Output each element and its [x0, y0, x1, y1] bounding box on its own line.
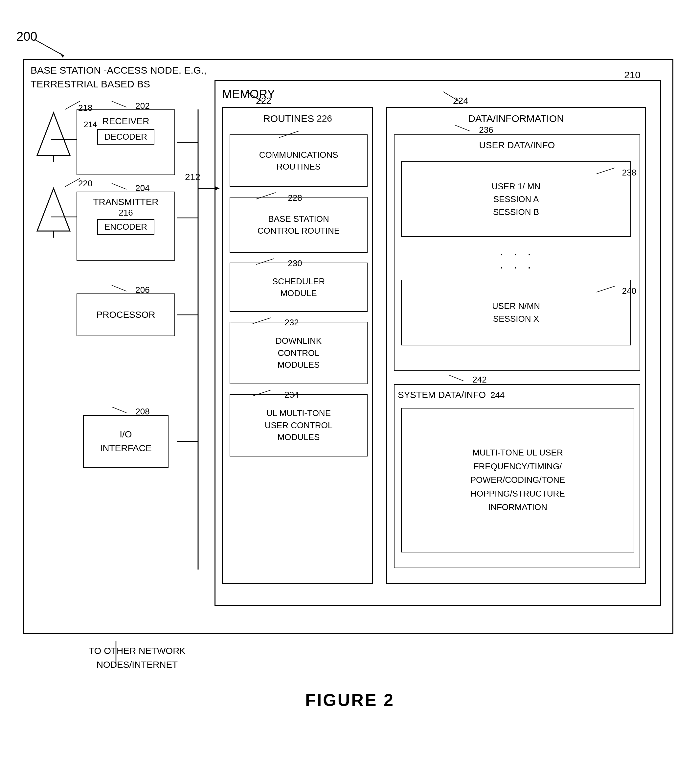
svg-line-0 [34, 39, 64, 56]
system-data-ref-area: 242 [447, 373, 487, 385]
scheduler-module-box: SCHEDULER MODULE [230, 262, 368, 312]
figure-label: FIGURE 2 [305, 690, 395, 710]
transmitter-ref-area: 204 [110, 182, 150, 193]
system-data-label: SYSTEM DATA/INFO 244 [398, 390, 505, 400]
downlink-ref: 232 [284, 317, 298, 327]
ul-multitone-label3: MODULES [277, 432, 320, 442]
data-info-arrow [440, 90, 466, 103]
svg-line-10 [597, 168, 615, 174]
scheduler-label2: MODULE [280, 288, 317, 298]
routines-arrow [243, 90, 269, 103]
svg-line-23 [112, 285, 126, 291]
user-data-ref: 236 [479, 125, 493, 135]
encoder-ref: 216 [119, 208, 133, 218]
svg-line-7 [253, 390, 271, 396]
svg-marker-13 [37, 113, 70, 155]
user-data-box: 236 USER DATA/INFO USER 1/ MN SESSION A … [394, 134, 640, 371]
bs-control-arrow [256, 191, 289, 201]
encoder-box: ENCODER [97, 219, 154, 235]
antenna-bottom-svg [34, 185, 73, 238]
ul-multitone-ref: 234 [284, 390, 298, 400]
downlink-label1: DOWNLINK [276, 336, 322, 346]
decoder-label: DECODER [105, 132, 147, 142]
receiver-box: 202 RECEIVER DECODER 214 [77, 110, 175, 175]
antenna-receiver-line [51, 139, 77, 141]
transmitter-label: TRANSMITTER 216 [77, 197, 174, 218]
bs-control-label1: BASE STATION [268, 214, 329, 224]
svg-line-24 [112, 407, 126, 413]
bs-control-ref-area: 228 [256, 191, 302, 203]
comm-ref-arrow [279, 129, 312, 139]
io-label: I/O INTERFACE [100, 429, 152, 453]
multitone-content-box: MULTI-TONE UL USER FREQUENCY/TIMING/ POW… [401, 408, 634, 552]
processor-box: 206 PROCESSOR [77, 293, 175, 336]
base-station-control-box: BASE STATION CONTROL ROUTINE [230, 197, 368, 253]
comm-ref-arrow-area [279, 129, 312, 142]
io-down-line [114, 641, 118, 667]
transmitter-ref: 204 [135, 183, 150, 193]
svg-line-12 [449, 375, 463, 381]
svg-line-11 [597, 286, 615, 292]
io-interface-box: 208 I/O INTERFACE [83, 415, 169, 467]
outer-box-label: BASE STATION -ACCESS NODE, E.G., TERREST… [31, 63, 206, 91]
svg-marker-31 [215, 186, 219, 191]
arrow-200 [31, 36, 74, 59]
data-info-label: DATA/INFORMATION [468, 113, 564, 124]
user1-ref: 238 [622, 168, 636, 178]
decoder-container: DECODER 214 [77, 129, 174, 145]
downlink-ref-area: 232 [253, 316, 299, 328]
svg-line-21 [112, 183, 126, 189]
downlink-label3: MODULES [277, 360, 320, 370]
antenna-top-svg [34, 110, 73, 162]
io-ref-area: 208 [110, 405, 150, 417]
scheduler-ref: 230 [288, 258, 302, 268]
dots2: . . . [500, 257, 534, 272]
bottom-label: TO OTHER NETWORK NODES/INTERNET [89, 644, 185, 672]
svg-line-16 [112, 101, 126, 107]
usern-ref-area: 240 [597, 285, 636, 296]
decoder-box: DECODER [97, 129, 154, 145]
user1-ref-area: 238 [597, 166, 636, 178]
downlink-arrow [253, 316, 282, 325]
scheduler-arrow [256, 257, 285, 266]
routines-label: ROUTINES [263, 113, 314, 124]
usern-label1: USER N/MN [492, 301, 540, 311]
scheduler-ref-area: 230 [256, 257, 302, 269]
bs-control-ref: 228 [288, 193, 302, 203]
antenna-transmitter-line [51, 216, 77, 218]
system-data-ref: 242 [473, 375, 487, 385]
downlink-control-box: DOWNLINK CONTROL MODULES [230, 322, 368, 384]
receiver-ref-area: 202 [110, 100, 150, 111]
encoder-label: ENCODER [105, 222, 147, 232]
ul-multitone-ref-area: 234 [253, 388, 299, 400]
ul-multitone-label1: UL MULTI-TONE [266, 408, 331, 418]
decoder-ref-area: 214 [84, 120, 97, 129]
processor-ref: 206 [135, 285, 150, 295]
usern-ref: 240 [622, 286, 636, 296]
svg-line-4 [256, 192, 276, 199]
svg-line-20 [65, 178, 80, 187]
processor-ref-area: 206 [110, 284, 150, 295]
data-info-outer-box: 224 DATA/INFORMATION 236 USER DATA/INFO [386, 107, 646, 584]
routines-outer-box: 222 ROUTINES 226 COMMUNICATIONS ROUTINES [222, 107, 373, 584]
svg-line-15 [65, 101, 80, 110]
user1-label3: SESSION B [493, 207, 539, 217]
memory-box: 210 MEMORY 222 ROUTINES 226 COMMUNICATIO… [215, 80, 661, 606]
svg-marker-18 [37, 188, 70, 231]
scheduler-label1: SCHEDULER [272, 277, 325, 286]
decoder-ref: 214 [84, 120, 97, 129]
memory-ref: 210 [624, 70, 640, 81]
user-data-ref-area: 236 [454, 124, 494, 135]
system-data-box: 242 SYSTEM DATA/INFO 244 MULTI-TONE UL U… [394, 384, 640, 568]
svg-line-5 [256, 259, 274, 265]
antenna-bottom-ref-arrow [62, 177, 85, 190]
multitone-content: MULTI-TONE UL USER FREQUENCY/TIMING/ POW… [470, 446, 565, 514]
user-data-label: USER DATA/INFO [479, 140, 555, 150]
processor-label: PROCESSOR [97, 310, 155, 320]
system-data-ref2: 244 [490, 390, 505, 400]
svg-line-8 [443, 92, 460, 102]
svg-line-6 [253, 318, 271, 324]
svg-line-2 [246, 92, 263, 102]
dots: . . . [500, 244, 534, 258]
downlink-label2: CONTROL [277, 348, 319, 358]
